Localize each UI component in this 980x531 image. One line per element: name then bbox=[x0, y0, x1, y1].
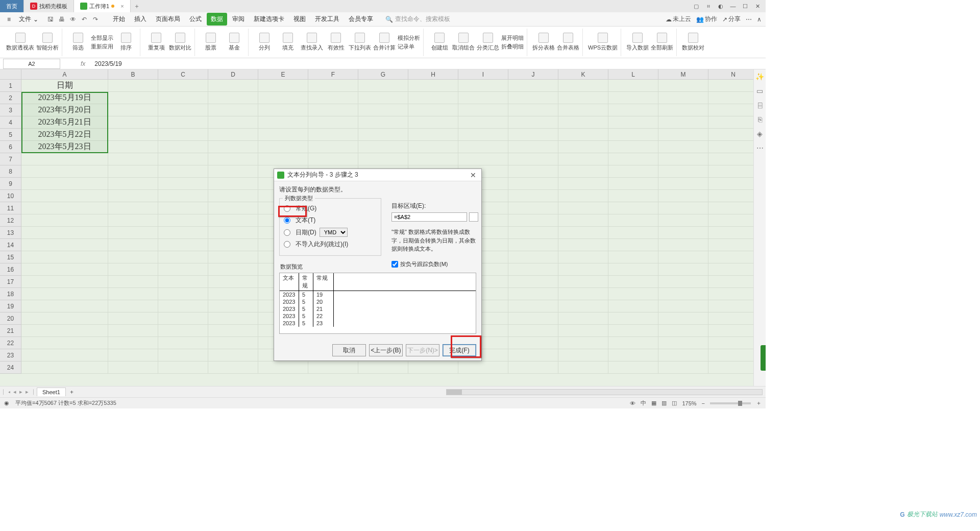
radio-text[interactable]: 文本(T) bbox=[284, 214, 377, 226]
row-header[interactable]: 8 bbox=[0, 165, 21, 178]
user-icon[interactable]: ◐ bbox=[717, 3, 725, 10]
cell[interactable] bbox=[558, 312, 608, 325]
cell[interactable] bbox=[108, 239, 158, 251]
cell[interactable] bbox=[708, 361, 758, 374]
cell[interactable] bbox=[508, 141, 558, 153]
cell[interactable] bbox=[558, 227, 608, 239]
cell[interactable] bbox=[408, 361, 458, 374]
cell[interactable] bbox=[158, 325, 208, 337]
cell[interactable] bbox=[658, 337, 708, 349]
cell[interactable] bbox=[308, 116, 358, 129]
cell[interactable] bbox=[558, 80, 608, 92]
filter-button[interactable]: 筛选 bbox=[67, 33, 89, 52]
col-header[interactable]: M bbox=[658, 69, 708, 79]
cell[interactable] bbox=[158, 337, 208, 349]
cell[interactable] bbox=[158, 361, 208, 374]
apps-icon[interactable]: ⌗ bbox=[704, 3, 713, 10]
cell[interactable] bbox=[208, 190, 258, 202]
cell[interactable] bbox=[358, 129, 408, 141]
cell[interactable] bbox=[158, 129, 208, 141]
data-compare-button[interactable]: 数据对比 bbox=[169, 33, 191, 52]
cell[interactable] bbox=[158, 251, 208, 263]
cell[interactable] bbox=[258, 116, 308, 129]
menu-review[interactable]: 审阅 bbox=[228, 13, 249, 26]
data-proof-button[interactable]: 数据校对 bbox=[682, 33, 704, 52]
cell[interactable] bbox=[608, 190, 658, 202]
side-settings-icon[interactable]: ⌸ bbox=[758, 101, 762, 109]
cell[interactable] bbox=[408, 80, 458, 92]
sheet-nav-prev-icon[interactable]: ◂ bbox=[13, 389, 16, 395]
cell[interactable] bbox=[708, 263, 758, 276]
cell[interactable] bbox=[458, 116, 508, 129]
reapply-button[interactable]: 重新应用 bbox=[91, 43, 113, 51]
cell[interactable] bbox=[308, 92, 358, 104]
cell[interactable] bbox=[358, 361, 408, 374]
sheet-nav-last-icon[interactable]: ▸⎹ bbox=[26, 389, 34, 395]
row-header[interactable]: 3 bbox=[0, 104, 21, 116]
cell[interactable] bbox=[508, 325, 558, 337]
cell[interactable] bbox=[258, 141, 308, 153]
pivot-table-button[interactable]: 数据透视表 bbox=[6, 33, 34, 52]
command-search[interactable]: 🔍 查找命令、搜索模板 bbox=[385, 15, 450, 23]
cell[interactable] bbox=[558, 239, 608, 251]
cell[interactable] bbox=[108, 153, 158, 165]
cell[interactable] bbox=[558, 214, 608, 227]
cell[interactable] bbox=[658, 361, 708, 374]
cell[interactable] bbox=[708, 227, 758, 239]
cell[interactable] bbox=[21, 202, 108, 214]
cell[interactable] bbox=[558, 153, 608, 165]
show-all-button[interactable]: 全部显示 bbox=[91, 34, 113, 42]
close-tab-icon[interactable]: × bbox=[120, 3, 124, 9]
cell[interactable] bbox=[21, 276, 108, 288]
cell[interactable] bbox=[458, 361, 508, 374]
cell[interactable] bbox=[608, 337, 658, 349]
radio-general[interactable]: 常规(G) bbox=[284, 203, 377, 214]
cell[interactable] bbox=[208, 337, 258, 349]
cell[interactable] bbox=[658, 349, 708, 361]
menu-formula[interactable]: 公式 bbox=[185, 13, 206, 26]
cell[interactable] bbox=[558, 190, 608, 202]
cell[interactable] bbox=[108, 214, 158, 227]
cell[interactable] bbox=[158, 80, 208, 92]
cell[interactable] bbox=[21, 239, 108, 251]
cell[interactable] bbox=[108, 325, 158, 337]
cell[interactable] bbox=[208, 202, 258, 214]
cell[interactable] bbox=[21, 263, 108, 276]
menu-view[interactable]: 视图 bbox=[289, 13, 310, 26]
cell[interactable] bbox=[708, 178, 758, 190]
cell[interactable] bbox=[21, 300, 108, 312]
cell[interactable] bbox=[408, 92, 458, 104]
cell[interactable] bbox=[158, 153, 208, 165]
tab-template[interactable]: D找稻壳模板 bbox=[24, 0, 74, 12]
subtotal-button[interactable]: 分类汇总 bbox=[477, 33, 499, 52]
cell[interactable] bbox=[458, 92, 508, 104]
cell[interactable] bbox=[208, 349, 258, 361]
cell[interactable] bbox=[158, 190, 208, 202]
view-normal-icon[interactable]: ▦ bbox=[651, 400, 656, 406]
cell[interactable] bbox=[308, 153, 358, 165]
cell[interactable] bbox=[558, 263, 608, 276]
cell[interactable] bbox=[358, 92, 408, 104]
col-header[interactable]: N bbox=[708, 69, 758, 79]
row-header[interactable]: 10 bbox=[0, 190, 21, 202]
cell[interactable] bbox=[658, 227, 708, 239]
finish-button[interactable]: 完成(F) bbox=[443, 344, 476, 356]
cell[interactable] bbox=[508, 129, 558, 141]
cell[interactable] bbox=[208, 178, 258, 190]
record-macro-icon[interactable]: ◉ bbox=[4, 400, 9, 406]
split-table-button[interactable]: 拆分表格 bbox=[532, 33, 555, 52]
row-header[interactable]: 14 bbox=[0, 239, 21, 251]
cell[interactable] bbox=[408, 153, 458, 165]
cell[interactable]: 2023年5月19日 bbox=[21, 92, 108, 104]
date-format-select[interactable]: YMD bbox=[320, 228, 348, 237]
cell[interactable] bbox=[158, 312, 208, 325]
cell[interactable] bbox=[108, 312, 158, 325]
cell[interactable] bbox=[208, 80, 258, 92]
cell[interactable] bbox=[458, 129, 508, 141]
cell[interactable] bbox=[208, 92, 258, 104]
sheet-nav-next-icon[interactable]: ▸ bbox=[19, 389, 22, 395]
cell[interactable] bbox=[508, 116, 558, 129]
cell[interactable] bbox=[158, 141, 208, 153]
cell[interactable] bbox=[358, 80, 408, 92]
cell[interactable] bbox=[21, 349, 108, 361]
